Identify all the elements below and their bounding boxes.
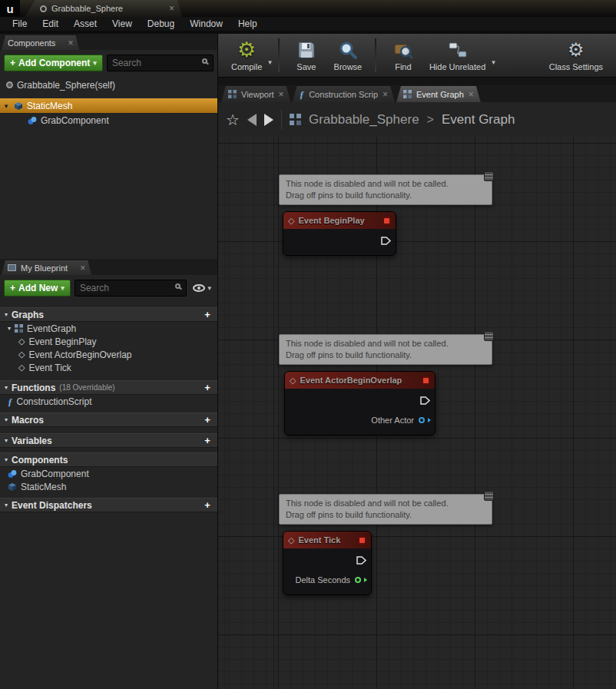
components-tree: Grabbable_Sphere(self) ▾ StaticMesh Gr xyxy=(0,76,217,259)
navigate-back-icon[interactable] xyxy=(247,114,257,126)
staticmesh-row-label: StaticMesh xyxy=(27,101,72,111)
menu-debug[interactable]: Debug xyxy=(140,18,182,29)
tree-row-grabcomponent[interactable]: GrabComponent xyxy=(0,113,217,128)
expander-icon[interactable]: ▾ xyxy=(5,311,8,318)
save-button[interactable]: Save xyxy=(286,35,327,75)
class-settings-button[interactable]: ⚙ Class Settings xyxy=(544,35,608,75)
close-icon[interactable]: × xyxy=(68,38,73,48)
other-actor-pin-row: Other Actor xyxy=(289,410,431,430)
add-graph-button[interactable]: + xyxy=(202,309,213,320)
breadcrumb-root[interactable]: Grabbable_Sphere xyxy=(309,112,419,128)
asset-document-tab[interactable]: Grabbable_Sphere × xyxy=(25,0,182,17)
plus-icon: + xyxy=(10,58,15,68)
disabled-node-note: This node is disabled and will not be ca… xyxy=(279,494,492,525)
function-icon: ƒ xyxy=(8,396,13,408)
menu-edit[interactable]: Edit xyxy=(35,18,66,29)
node-header[interactable]: ◇ Event BeginPlay xyxy=(283,212,396,229)
add-component-button[interactable]: + Add Component ▾ xyxy=(4,55,103,71)
breadcrumb-current[interactable]: Event Graph xyxy=(442,112,515,128)
add-macro-button[interactable]: + xyxy=(202,414,213,426)
close-icon[interactable]: × xyxy=(80,263,85,273)
expander-icon[interactable]: ▾ xyxy=(5,384,8,391)
section-macros[interactable]: ▾ Macros + xyxy=(0,412,217,427)
node-body: Other Actor xyxy=(285,389,435,435)
compile-gear-icon: ⚙ xyxy=(237,39,256,61)
expander-icon[interactable]: ▾ xyxy=(5,502,8,508)
expander-icon[interactable]: ▾ xyxy=(8,325,11,332)
menu-asset[interactable]: Asset xyxy=(66,18,104,29)
exec-pin-icon[interactable] xyxy=(419,396,431,406)
hide-unrelated-button[interactable]: Hide Unrelated xyxy=(424,35,491,75)
expander-icon[interactable]: ▾ xyxy=(5,456,8,463)
object-pin-icon[interactable] xyxy=(419,417,425,423)
tab-my-blueprint[interactable]: My Blueprint × xyxy=(2,260,91,275)
close-icon[interactable]: × xyxy=(383,90,388,99)
list-item-event-beginplay[interactable]: ◇ Event BeginPlay xyxy=(0,335,217,348)
close-icon[interactable]: × xyxy=(169,4,174,13)
navigate-forward-icon[interactable] xyxy=(264,114,273,126)
section-components[interactable]: ▾ Components xyxy=(0,452,217,467)
list-item-eventgraph[interactable]: ▾ EventGraph xyxy=(0,322,217,335)
expander-icon[interactable]: ▾ xyxy=(5,416,8,423)
menu-help[interactable]: Help xyxy=(230,18,265,29)
note-node-icon xyxy=(484,331,494,341)
menu-window[interactable]: Window xyxy=(182,18,230,29)
list-item-staticmesh[interactable]: StaticMesh xyxy=(0,480,217,493)
my-blueprint-toolbar: + Add New ▾ ▾ xyxy=(0,275,217,301)
components-search-input[interactable] xyxy=(107,55,214,71)
tab-viewport[interactable]: Viewport × xyxy=(221,86,291,102)
list-item-grabcomponent[interactable]: GrabComponent xyxy=(0,467,217,480)
list-item-event-actorbeginoverlap[interactable]: ◇ Event ActorBeginOverlap xyxy=(0,348,217,361)
expander-icon[interactable]: ▾ xyxy=(2,102,10,110)
graphs-section-label: Graphs xyxy=(12,310,44,320)
disabled-indicator-icon xyxy=(422,376,430,385)
my-blueprint-panel: My Blueprint × + Add New ▾ ▾ xyxy=(0,259,217,689)
constructionscript-label: ConstructionScript xyxy=(17,396,92,407)
browse-label: Browse xyxy=(334,62,363,71)
node-header[interactable]: ◇ Event ActorBeginOverlap xyxy=(285,372,435,389)
section-graphs[interactable]: ▾ Graphs + xyxy=(0,307,217,322)
event-graph-canvas[interactable]: This node is disabled and will not be ca… xyxy=(218,137,616,689)
workspace: Components × + Add Component ▾ Grab xyxy=(0,34,616,689)
list-item-event-tick[interactable]: ◇ Event Tick xyxy=(0,361,217,374)
bookmark-star-icon[interactable]: ☆ xyxy=(226,111,240,129)
tab-components[interactable]: Components × xyxy=(2,35,79,50)
node-header[interactable]: ◇ Event Tick xyxy=(283,532,371,548)
my-blueprint-tab-label: My Blueprint xyxy=(21,263,68,273)
float-pin-icon[interactable] xyxy=(355,577,361,583)
hide-unrelated-options-chevron-icon[interactable]: ▾ xyxy=(492,58,495,66)
section-functions[interactable]: ▾ Functions (18 Overridable) + xyxy=(0,380,217,395)
close-icon[interactable]: × xyxy=(279,90,284,99)
exec-pin-icon[interactable] xyxy=(380,236,392,246)
my-blueprint-search-input[interactable] xyxy=(75,280,187,296)
node-event-actorbeginoverlap[interactable]: ◇ Event ActorBeginOverlap Other Actor xyxy=(284,371,436,436)
visibility-filter-button[interactable]: ▾ xyxy=(190,284,214,292)
function-icon: ƒ xyxy=(300,88,305,101)
viewport-icon xyxy=(228,90,237,98)
tree-row-staticmesh[interactable]: ▾ StaticMesh xyxy=(0,98,217,113)
section-event-dispatchers[interactable]: ▾ Event Dispatchers + xyxy=(0,498,217,512)
node-event-tick[interactable]: ◇ Event Tick Delta Seconds xyxy=(283,531,372,595)
close-icon[interactable]: × xyxy=(469,90,474,99)
expander-icon[interactable]: ▾ xyxy=(5,437,8,444)
compile-button[interactable]: ⚙ Compile xyxy=(226,35,267,75)
note-line1: This node is disabled and will not be ca… xyxy=(286,498,485,509)
add-function-button[interactable]: + xyxy=(202,382,213,393)
browse-button[interactable]: Browse xyxy=(327,35,369,75)
blueprint-toolbar: ⚙ Compile ▾ Save xyxy=(218,34,616,78)
add-event-dispatcher-button[interactable]: + xyxy=(202,499,213,511)
menu-view[interactable]: View xyxy=(104,18,140,29)
compile-options-chevron-icon[interactable]: ▾ xyxy=(268,58,272,66)
menu-file[interactable]: File xyxy=(5,18,35,29)
find-button[interactable]: Find xyxy=(383,35,424,75)
node-event-beginplay[interactable]: ◇ Event BeginPlay xyxy=(283,211,396,256)
save-label: Save xyxy=(296,62,316,71)
tab-construction-script[interactable]: ƒ Construction Scrip × xyxy=(293,86,395,102)
tab-event-graph[interactable]: Event Graph × xyxy=(396,86,481,102)
add-new-button[interactable]: + Add New ▾ xyxy=(4,280,71,296)
tree-row-self[interactable]: Grabbable_Sphere(self) xyxy=(0,78,217,92)
list-item-constructionscript[interactable]: ƒ ConstructionScript xyxy=(0,395,217,408)
section-variables[interactable]: ▾ Variables + xyxy=(0,433,217,448)
exec-pin-icon[interactable] xyxy=(356,555,367,565)
add-variable-button[interactable]: + xyxy=(202,435,213,446)
